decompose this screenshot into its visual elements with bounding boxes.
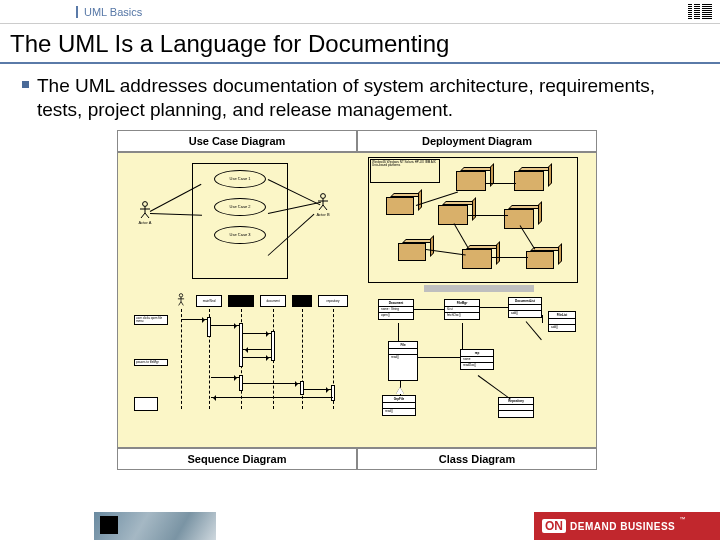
footer-photo bbox=[86, 512, 216, 540]
generalization-arrow-icon bbox=[396, 383, 404, 394]
svg-line-9 bbox=[323, 205, 327, 210]
sequence-diagram: mainWnd document repository user clicks … bbox=[134, 293, 352, 423]
actor-label: Actor B bbox=[314, 212, 332, 217]
class-association bbox=[526, 321, 542, 340]
sequence-message bbox=[243, 333, 271, 334]
bullet-square-icon bbox=[22, 81, 29, 88]
sequence-message bbox=[211, 325, 239, 326]
class-box: DocumentList add() bbox=[508, 297, 542, 318]
class-box: Repository bbox=[498, 397, 534, 418]
sequence-object: repository bbox=[318, 295, 348, 307]
svg-line-4 bbox=[145, 213, 149, 218]
class-box: File read() bbox=[388, 341, 418, 381]
system-boundary: Use Case 1 Use Case 2 Use Case 3 bbox=[192, 163, 288, 279]
deployment-diagram: Window95 Windows NT Solaris HP-UX IBM AI… bbox=[368, 157, 580, 287]
deployment-link bbox=[486, 183, 516, 184]
class-title: Class Diagram bbox=[357, 448, 597, 470]
on-demand-business-badge: ON DEMAND BUSINESS ™ bbox=[534, 512, 720, 540]
breadcrumb: UML Basics bbox=[76, 6, 142, 18]
use-case-ellipse: Use Case 2 bbox=[214, 198, 266, 216]
class-association bbox=[542, 315, 543, 323]
deployment-link bbox=[468, 215, 508, 216]
class-box: FileMgr fList fetchDoc() bbox=[444, 299, 480, 320]
class-box: rep name readDoc() bbox=[460, 349, 494, 370]
bullet-text: The UML addresses documentation of syste… bbox=[37, 74, 692, 122]
svg-line-3 bbox=[141, 213, 145, 218]
class-association bbox=[480, 307, 508, 308]
use-case-ellipse: Use Case 3 bbox=[214, 226, 266, 244]
svg-line-13 bbox=[179, 301, 181, 305]
class-association bbox=[414, 309, 444, 310]
sequence-note: passes to fileMgr bbox=[134, 359, 168, 366]
sequence-message bbox=[243, 349, 271, 350]
ibm-logo-icon bbox=[688, 4, 712, 19]
sequence-object bbox=[228, 295, 254, 307]
sequence-message bbox=[211, 377, 239, 378]
svg-point-0 bbox=[143, 201, 148, 206]
class-box: FileList add() bbox=[548, 311, 576, 332]
sequence-message bbox=[243, 383, 300, 384]
class-association bbox=[398, 323, 399, 341]
diagram-panel: Use Case Diagram Deployment Diagram Use … bbox=[117, 130, 597, 470]
sequence-message bbox=[243, 357, 271, 358]
actor-icon: Actor B bbox=[314, 193, 332, 217]
svg-line-14 bbox=[181, 301, 183, 305]
deployment-title: Deployment Diagram bbox=[357, 130, 597, 152]
activation-bar bbox=[239, 323, 243, 367]
slide-header: UML Basics bbox=[0, 0, 720, 24]
sequence-message bbox=[211, 397, 333, 398]
bullet-item: The UML addresses documentation of syste… bbox=[22, 74, 692, 122]
trademark-icon: ™ bbox=[679, 516, 685, 522]
demand-text: DEMAND BUSINESS bbox=[570, 521, 675, 532]
svg-point-10 bbox=[179, 293, 182, 296]
on-badge: ON bbox=[542, 519, 566, 533]
sequence-title: Sequence Diagram bbox=[117, 448, 357, 470]
sequence-message bbox=[304, 389, 331, 390]
class-association bbox=[478, 375, 511, 399]
svg-point-5 bbox=[321, 193, 326, 198]
sequence-object bbox=[292, 295, 312, 307]
slide-body: The UML addresses documentation of syste… bbox=[0, 64, 720, 470]
sequence-object: document bbox=[260, 295, 286, 307]
class-box: Document name : String open() bbox=[378, 299, 414, 320]
sequence-note bbox=[134, 397, 158, 411]
use-case-diagram: Use Case 1 Use Case 2 Use Case 3 Actor A… bbox=[136, 163, 346, 283]
use-case-ellipse: Use Case 1 bbox=[214, 170, 266, 188]
class-box: GrpFile read() bbox=[382, 395, 416, 416]
actor-label: Actor A bbox=[136, 220, 154, 225]
deployment-link bbox=[492, 257, 528, 258]
class-association bbox=[418, 357, 460, 358]
slide-title: The UML Is a Language for Documenting bbox=[0, 24, 720, 64]
sequence-object: mainWnd bbox=[196, 295, 222, 307]
sequence-note: user clicks open file menu bbox=[134, 315, 168, 325]
use-case-title: Use Case Diagram bbox=[117, 130, 357, 152]
lifeline bbox=[181, 309, 182, 409]
class-diagram: Document name : String open() FileMgr fL… bbox=[370, 297, 578, 417]
scrollbar-artifact bbox=[424, 285, 534, 292]
class-association bbox=[462, 323, 463, 349]
slide-footer: ON DEMAND BUSINESS ™ bbox=[0, 512, 720, 540]
deployment-label: Window95 Windows NT Solaris HP-UX IBM AI… bbox=[370, 159, 440, 183]
sequence-message bbox=[181, 319, 207, 320]
